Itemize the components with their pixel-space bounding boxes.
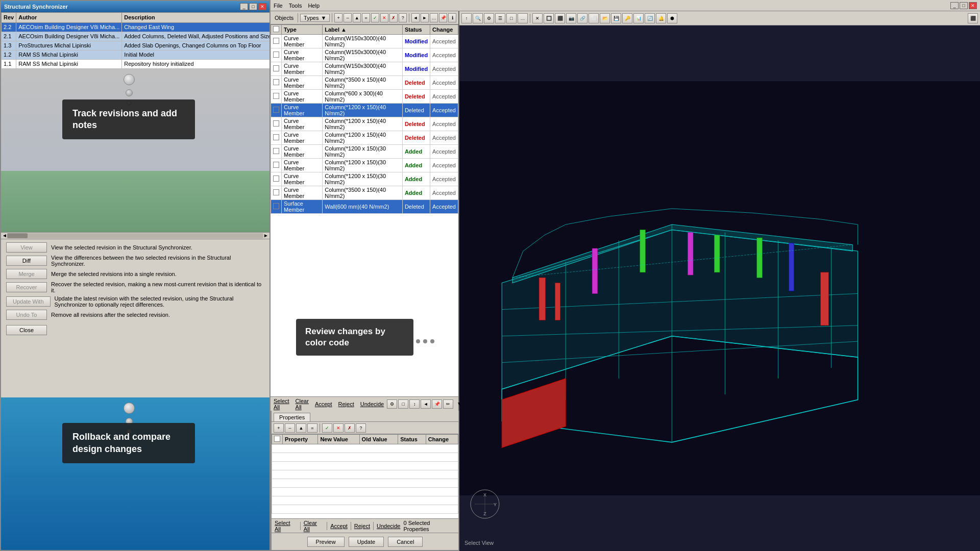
- scroll-right-btn[interactable]: ►: [263, 233, 268, 238]
- check-cell[interactable]: [271, 131, 282, 145]
- reject-btn[interactable]: Reject: [338, 401, 354, 407]
- prop-reject-btn[interactable]: Reject: [354, 523, 370, 529]
- select-all-checkbox[interactable]: [273, 26, 279, 32]
- close-window-btn[interactable]: ✕: [258, 3, 266, 10]
- prop-xred-btn[interactable]: ✗: [345, 423, 355, 433]
- vp-btn-9[interactable]: ⬛: [555, 13, 565, 23]
- prop-select-all-btn[interactable]: Select All: [275, 520, 297, 532]
- vp-btn-5[interactable]: □: [506, 13, 517, 23]
- table-row[interactable]: Curve Member Column(*1200 x 150)(40 N/mm…: [271, 131, 458, 145]
- table-row[interactable]: 1.2 RAM SS Michal Lipinski Initial Model: [2, 50, 270, 59]
- table-row[interactable]: 1.3 ProStructures Michal Lipinski Added …: [2, 41, 270, 50]
- tab-properties[interactable]: Properties: [274, 413, 310, 421]
- table-row[interactable]: Curve Member Column(*3500 x 150)(40 N/mm…: [271, 186, 458, 200]
- prop-triangle-btn[interactable]: ▲: [296, 423, 306, 433]
- preview-button[interactable]: Preview: [307, 537, 345, 547]
- nav-btn[interactable]: ◄: [411, 13, 420, 22]
- check-cell[interactable]: [271, 76, 282, 90]
- extra-btn-3[interactable]: ↕: [409, 399, 420, 409]
- extra-btn-4[interactable]: ◄: [421, 399, 431, 409]
- vp-btn-3[interactable]: ⚙: [484, 13, 494, 23]
- check-cell[interactable]: [271, 186, 282, 200]
- vp-btn-14[interactable]: 💾: [611, 13, 621, 23]
- prop-remove-btn[interactable]: –: [285, 423, 295, 433]
- check-cell[interactable]: [271, 172, 282, 186]
- scroll-left-btn[interactable]: ◄: [2, 233, 7, 238]
- maximize-btn[interactable]: □: [249, 3, 257, 10]
- cancel-button[interactable]: Cancel: [388, 537, 423, 547]
- prop-eq-btn[interactable]: =: [307, 423, 317, 433]
- undecide-btn[interactable]: Undecide: [360, 401, 384, 407]
- prop-select-all-checkbox[interactable]: [274, 436, 280, 442]
- clear-all-btn[interactable]: Clear All: [296, 398, 309, 410]
- check-cell[interactable]: [271, 159, 282, 172]
- update-button[interactable]: Update: [349, 537, 384, 547]
- scrollbar-thumb[interactable]: [7, 233, 28, 238]
- vp-expand-btn[interactable]: ⬛: [968, 13, 978, 23]
- check-cell[interactable]: [271, 48, 282, 62]
- check-cell[interactable]: [271, 200, 282, 214]
- help-menu[interactable]: Help: [308, 3, 320, 9]
- updatewith-button[interactable]: Update With: [6, 296, 51, 307]
- extra-btn-5[interactable]: 📌: [432, 399, 442, 409]
- table-row[interactable]: Curve Member Column(*1200 x 150)(30 N/mm…: [271, 159, 458, 172]
- extra-btn-2[interactable]: □: [398, 399, 408, 409]
- prop-accept-btn[interactable]: Accept: [330, 523, 348, 529]
- accept-btn[interactable]: Accept: [315, 401, 332, 407]
- right-close-btn[interactable]: ✕: [969, 2, 977, 9]
- table-row[interactable]: Curve Member Column(*1200 x 150)(30 N/mm…: [271, 172, 458, 186]
- merge-button[interactable]: Merge: [6, 269, 47, 279]
- minimize-btn[interactable]: _: [240, 3, 248, 10]
- right-maximize-btn[interactable]: □: [960, 2, 968, 9]
- table-row[interactable]: Curve Member Column(W150x3000)(40 N/mm2)…: [271, 35, 458, 48]
- table-row[interactable]: Curve Member Column(*1200 x 150)(30 N/mm…: [271, 145, 458, 159]
- prop-x-btn[interactable]: ✕: [333, 423, 344, 433]
- vp-btn-7[interactable]: ✕: [532, 13, 543, 23]
- vp-btn-16[interactable]: 📊: [633, 13, 644, 23]
- vp-btn-15[interactable]: 🔑: [622, 13, 632, 23]
- recover-button[interactable]: Recover: [6, 282, 47, 292]
- table-row[interactable]: 1.1 RAM SS Michal Lipinski Repository hi…: [2, 59, 270, 68]
- vp-btn-10[interactable]: 📷: [566, 13, 576, 23]
- table-row[interactable]: Curve Member Column(W150x3000)(40 N/mm2)…: [271, 62, 458, 76]
- table-row[interactable]: Curve Member Column(W150x3000)(40 N/mm2)…: [271, 48, 458, 62]
- triangle-btn[interactable]: ▲: [353, 13, 361, 22]
- prop-add-btn[interactable]: +: [274, 423, 284, 433]
- undoto-button[interactable]: Undo To: [6, 310, 47, 320]
- prop-undecide-btn[interactable]: Undecide: [377, 523, 400, 529]
- check-cell[interactable]: [271, 90, 282, 104]
- close-button[interactable]: Close: [6, 325, 47, 335]
- question-btn[interactable]: ?: [399, 13, 407, 22]
- right-minimize-btn[interactable]: _: [950, 2, 959, 9]
- table-row[interactable]: Curve Member Column(*3500 x 150)(40 N/mm…: [271, 76, 458, 90]
- pin-btn[interactable]: 📌: [439, 13, 447, 22]
- select-all-btn[interactable]: Select All: [274, 398, 289, 410]
- vp-btn-18[interactable]: 🔔: [656, 13, 666, 23]
- check-cell[interactable]: [271, 104, 282, 117]
- vp-btn-1[interactable]: ↑: [461, 13, 472, 23]
- table-row[interactable]: Curve Member Column(*600 x 300)(40 N/mm2…: [271, 90, 458, 104]
- check-cell[interactable]: [271, 35, 282, 48]
- file-menu[interactable]: File: [274, 3, 283, 9]
- equals-btn[interactable]: =: [362, 13, 370, 22]
- vp-btn-8[interactable]: 🔲: [544, 13, 554, 23]
- check-cell[interactable]: [271, 62, 282, 76]
- vp-btn-17[interactable]: 🔄: [645, 13, 655, 23]
- table-row[interactable]: Curve Member Column(*1200 x 150)(40 N/mm…: [271, 117, 458, 131]
- vp-btn-13[interactable]: 📂: [600, 13, 610, 23]
- vp-btn-6[interactable]: …: [518, 13, 528, 23]
- extra-btn-1[interactable]: ⚙: [387, 399, 397, 409]
- view-button[interactable]: View: [6, 242, 47, 253]
- table-row[interactable]: 2.1 AECOsim Building Designer V8i Micha.…: [2, 32, 270, 41]
- info-btn[interactable]: ℹ: [448, 13, 456, 22]
- table-row[interactable]: Surface Member Wall(600 mm)(40 N/mm2) De…: [271, 200, 458, 214]
- more-btn[interactable]: …: [430, 13, 438, 22]
- table-row[interactable]: 2.2 AECOsim Building Designer V8i Micha.…: [2, 22, 270, 32]
- tools-menu[interactable]: Tools: [289, 3, 302, 9]
- vp-btn-4[interactable]: ☰: [495, 13, 505, 23]
- horizontal-scrollbar[interactable]: ◄ ►: [1, 232, 270, 239]
- vp-btn-19[interactable]: ⬢: [667, 13, 677, 23]
- diff-button[interactable]: Diff: [6, 256, 47, 266]
- check-cell[interactable]: [271, 145, 282, 159]
- next-btn[interactable]: ►: [421, 13, 429, 22]
